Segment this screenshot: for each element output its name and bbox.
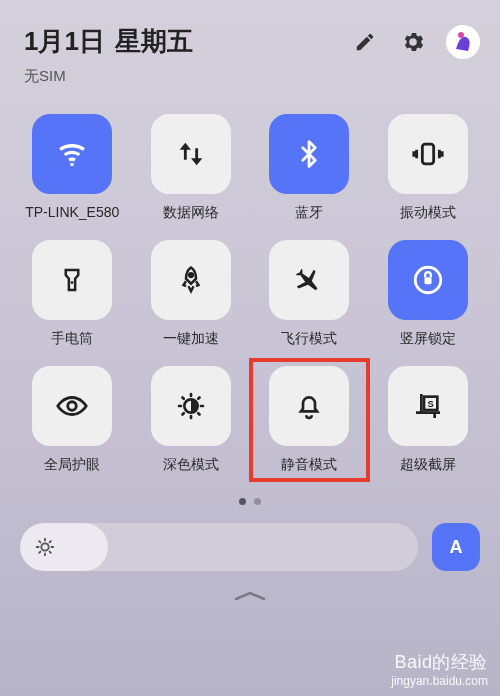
avatar-button[interactable] (446, 25, 480, 59)
vibrate-icon (411, 137, 445, 171)
eye-icon (55, 389, 89, 423)
gear-icon (400, 29, 426, 55)
tile-label: TP-LINK_E580 (25, 204, 119, 220)
watermark: Baid的经验 jingyan.baidu.com (391, 650, 488, 688)
rocket-icon (176, 265, 206, 295)
tile-label: 飞行模式 (281, 330, 337, 348)
tile-label: 手电筒 (51, 330, 93, 348)
quick-settings-grid: TP-LINK_E580 数据网络 蓝牙 振动模式 手电筒 一键加速 (0, 104, 500, 484)
page-dot-active (239, 498, 246, 505)
tile-screenshot[interactable]: S 超级截屏 (376, 366, 481, 474)
sim-status: 无SIM (0, 67, 500, 104)
tile-dark-mode[interactable]: 深色模式 (139, 366, 244, 474)
drag-handle[interactable] (0, 589, 500, 603)
tile-airplane[interactable]: 飞行模式 (257, 240, 362, 348)
page-indicator (0, 498, 500, 505)
dark-mode-icon (175, 390, 207, 422)
airplane-icon (293, 264, 325, 296)
settings-button[interactable] (398, 27, 428, 57)
airplane-tile (269, 240, 349, 320)
watermark-sub: jingyan.baidu.com (391, 674, 488, 688)
watermark-main: Baid的经验 (394, 650, 488, 674)
wifi-icon (54, 136, 90, 172)
svg-rect-3 (422, 144, 433, 164)
bluetooth-icon (294, 139, 324, 169)
data-tile (151, 114, 231, 194)
svg-point-2 (70, 163, 74, 167)
header-actions (350, 25, 480, 59)
svg-point-12 (41, 543, 48, 550)
rotation-lock-tile (388, 240, 468, 320)
bottom-controls: A (0, 505, 500, 571)
brightness-fill (20, 523, 108, 571)
chevron-up-icon (230, 589, 270, 603)
tile-data[interactable]: 数据网络 (139, 114, 244, 222)
auto-brightness-button[interactable]: A (432, 523, 480, 571)
tile-bluetooth[interactable]: 蓝牙 (257, 114, 362, 222)
date-line: 1月1日 星期五 (24, 24, 193, 59)
tile-eye-comfort[interactable]: 全局护眼 (20, 366, 125, 474)
svg-point-5 (189, 273, 193, 277)
mute-tile (269, 366, 349, 446)
svg-point-8 (68, 402, 77, 411)
edit-button[interactable] (350, 27, 380, 57)
svg-point-1 (458, 32, 464, 38)
flashlight-icon (57, 265, 87, 295)
brightness-icon (34, 536, 56, 558)
svg-rect-7 (424, 277, 431, 284)
tile-vibrate[interactable]: 振动模式 (376, 114, 481, 222)
tile-label: 数据网络 (163, 204, 219, 222)
tile-label: 一键加速 (163, 330, 219, 348)
tile-wifi[interactable]: TP-LINK_E580 (20, 114, 125, 222)
vibrate-tile (388, 114, 468, 194)
screenshot-tile: S (388, 366, 468, 446)
screenshot-icon: S (412, 390, 444, 422)
tile-label: 振动模式 (400, 204, 456, 222)
boost-tile (151, 240, 231, 320)
dark-mode-tile (151, 366, 231, 446)
tile-boost[interactable]: 一键加速 (139, 240, 244, 348)
weekday-text: 星期五 (115, 24, 193, 59)
tile-label: 全局护眼 (44, 456, 100, 474)
tile-mute[interactable]: 静音模式 (257, 366, 362, 474)
rotation-lock-icon (411, 263, 445, 297)
tile-flashlight[interactable]: 手电筒 (20, 240, 125, 348)
data-icon (174, 137, 208, 171)
svg-text:S: S (427, 399, 433, 409)
bell-icon (293, 390, 325, 422)
bluetooth-tile (269, 114, 349, 194)
avatar-icon (446, 25, 480, 59)
tile-rotation-lock[interactable]: 竖屏锁定 (376, 240, 481, 348)
brightness-slider[interactable] (20, 523, 418, 571)
tile-label: 超级截屏 (400, 456, 456, 474)
header: 1月1日 星期五 (0, 0, 500, 67)
pencil-icon (354, 31, 376, 53)
date-text: 1月1日 (24, 24, 105, 59)
page-dot (254, 498, 261, 505)
tile-label: 深色模式 (163, 456, 219, 474)
tile-label: 竖屏锁定 (400, 330, 456, 348)
auto-label: A (450, 537, 463, 558)
eye-tile (32, 366, 112, 446)
tile-label: 蓝牙 (295, 204, 323, 222)
flashlight-tile (32, 240, 112, 320)
tile-label: 静音模式 (281, 456, 337, 474)
wifi-tile (32, 114, 112, 194)
